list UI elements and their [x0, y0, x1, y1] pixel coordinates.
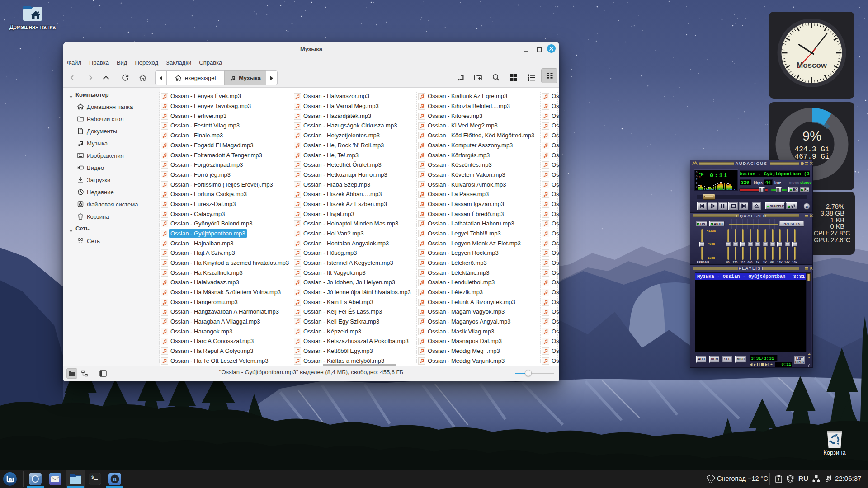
svg-text:a: a	[113, 475, 117, 483]
svg-text:!: !	[778, 477, 779, 482]
svg-text:9%: 9%	[802, 129, 821, 143]
svg-text:Moscow: Moscow	[797, 61, 827, 70]
svg-text:$: $	[91, 475, 94, 480]
